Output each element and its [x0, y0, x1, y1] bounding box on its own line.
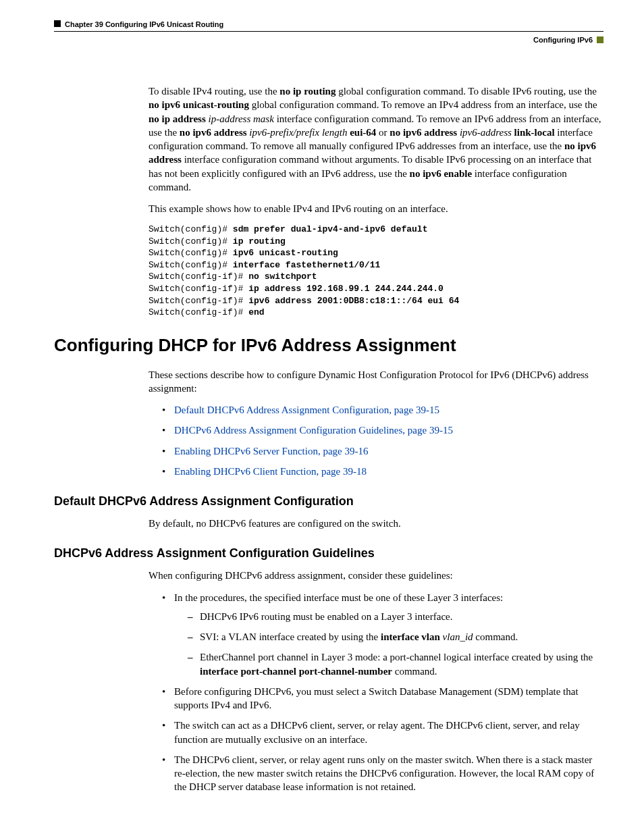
cli-line: Switch(config-if)# ipv6 address 2001:0DB…: [149, 295, 603, 307]
guideline-item-1: In the procedures, the specified interfa…: [162, 591, 603, 678]
section-link-item: Default DHCPv6 Address Assignment Config…: [162, 403, 603, 417]
subsection-heading-guidelines: DHCPv6 Address Assignment Configuration …: [54, 546, 603, 561]
sub2-intro: When configuring DHCPv6 address assignme…: [149, 569, 603, 582]
cross-reference-link[interactable]: DHCPv6 Address Assignment Configuration …: [174, 425, 453, 436]
header-left-marker-icon: [54, 20, 61, 27]
header-right-marker-icon: [597, 36, 603, 43]
guideline-sub-item: EtherChannel port channel in Layer 3 mod…: [188, 650, 603, 678]
guideline-1-sublist: DHCPv6 IPv6 routing must be enabled on a…: [188, 610, 603, 678]
guideline-item-3: The switch can act as a DHCPv6 client, s…: [162, 719, 603, 746]
cross-reference-link[interactable]: Enabling DHCPv6 Server Function, page 39…: [174, 446, 368, 457]
cli-example: Switch(config)# sdm prefer dual-ipv4-and…: [149, 224, 603, 318]
cli-line: Switch(config)# interface fastethernet1/…: [149, 259, 603, 271]
sub2-body: When configuring DHCPv6 address assignme…: [149, 569, 603, 793]
subsection-heading-default: Default DHCPv6 Address Assignment Config…: [54, 494, 603, 509]
body-content: To disable IPv4 routing, use the no ip r…: [149, 84, 603, 319]
guideline-1-text: In the procedures, the specified interfa…: [174, 592, 503, 603]
cli-line: Switch(config)# ip routing: [149, 236, 603, 248]
cli-line: Switch(config-if)# end: [149, 307, 603, 319]
cli-line: Switch(config)# ipv6 unicast-routing: [149, 247, 603, 259]
section-link-item: Enabling DHCPv6 Client Function, page 39…: [162, 465, 603, 478]
section-link-item: DHCPv6 Address Assignment Configuration …: [162, 423, 603, 437]
section1-intro: These sections describe how to configure…: [149, 368, 603, 396]
cli-line: Switch(config-if)# ip address 192.168.99…: [149, 283, 603, 295]
cli-line: Switch(config-if)# no switchport: [149, 271, 603, 283]
sub1-para: By default, no DHCPv6 features are confi…: [149, 517, 603, 530]
guideline-sub-item: SVI: a VLAN interface created by using t…: [188, 630, 603, 644]
page-header: Chapter 39 Configuring IPv6 Unicast Rout…: [54, 20, 603, 44]
guideline-sub-item: DHCPv6 IPv6 routing must be enabled on a…: [188, 610, 603, 623]
chapter-text: Chapter 39 Configuring IPv6 Unicast Rout…: [65, 20, 223, 28]
cross-reference-link[interactable]: Default DHCPv6 Address Assignment Config…: [174, 405, 439, 415]
cli-line: Switch(config)# sdm prefer dual-ipv4-and…: [149, 224, 603, 236]
guideline-item-2: Before configuring DHCPv6, you must sele…: [162, 685, 603, 712]
section1-links: Default DHCPv6 Address Assignment Config…: [162, 403, 603, 478]
guideline-item-4: The DHCPv6 client, server, or relay agen…: [162, 753, 603, 794]
section1-body: These sections describe how to configure…: [149, 368, 603, 479]
sub1-body: By default, no DHCPv6 features are confi…: [149, 517, 603, 530]
section-text: Configuring IPv6: [533, 36, 593, 44]
cross-reference-link[interactable]: Enabling DHCPv6 Client Function, page 39…: [174, 466, 367, 477]
section-link-item: Enabling DHCPv6 Server Function, page 39…: [162, 444, 603, 458]
section-label: Configuring IPv6: [533, 36, 603, 44]
guidelines-list: In the procedures, the specified interfa…: [162, 591, 603, 794]
chapter-label: Chapter 39 Configuring IPv6 Unicast Rout…: [54, 20, 223, 28]
intro-paragraph-1: To disable IPv4 routing, use the no ip r…: [149, 84, 603, 194]
intro-paragraph-2: This example shows how to enable IPv4 an…: [149, 202, 603, 215]
section-heading-dhcp: Configuring DHCP for IPv6 Address Assign…: [54, 335, 603, 356]
